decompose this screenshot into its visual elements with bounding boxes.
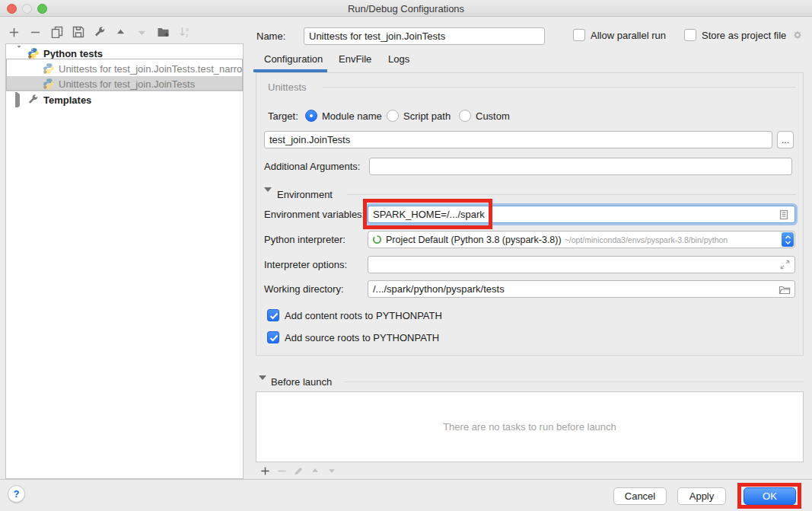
tree-item-label: Unittests for test_join.JoinTests.test_n… bbox=[59, 63, 243, 75]
chevron-down-icon[interactable] bbox=[15, 48, 23, 59]
expand-field-icon[interactable] bbox=[779, 259, 791, 271]
tab-logs[interactable]: Logs bbox=[388, 53, 409, 69]
target-label: Target: bbox=[268, 110, 298, 122]
before-launch-label: Before launch bbox=[271, 376, 332, 388]
add-source-roots-checkbox[interactable] bbox=[267, 331, 279, 343]
configurations-toolbar: az bbox=[8, 23, 191, 41]
python-tests-icon bbox=[43, 78, 55, 90]
radio-custom[interactable] bbox=[459, 110, 471, 122]
add-source-roots-label: Add source roots to PYTHONPATH bbox=[285, 332, 439, 343]
group-title: Unittests bbox=[268, 81, 311, 93]
svg-text:a: a bbox=[186, 27, 189, 32]
add-content-roots-label: Add content roots to PYTHONPATH bbox=[285, 310, 442, 321]
move-down-icon bbox=[135, 26, 148, 39]
additional-arguments-input[interactable] bbox=[369, 158, 792, 175]
name-label: Name: bbox=[256, 30, 285, 42]
tree-item-unittest-narrow[interactable]: Unittests for test_join.JoinTests.test_n… bbox=[6, 61, 243, 76]
environment-variables-input[interactable] bbox=[368, 206, 795, 223]
allow-parallel-run-checkbox[interactable] bbox=[573, 29, 585, 41]
add-task-icon[interactable] bbox=[260, 465, 270, 476]
add-content-roots-checkbox[interactable] bbox=[267, 309, 279, 321]
tree-item-python-tests[interactable]: Python tests bbox=[6, 46, 243, 61]
empty-task-list-text: There are no tasks to run before launch bbox=[443, 421, 616, 433]
python-interpreter-env-icon bbox=[372, 235, 382, 244]
python-tests-icon bbox=[43, 62, 55, 75]
new-folder-icon[interactable] bbox=[157, 26, 170, 39]
before-launch-rule bbox=[344, 382, 804, 382]
save-configuration-icon[interactable] bbox=[72, 26, 84, 39]
title-bar: Run/Debug Configurations bbox=[0, 0, 812, 17]
ok-button[interactable]: OK bbox=[744, 487, 796, 505]
edit-templates-icon[interactable] bbox=[93, 26, 106, 39]
copy-configuration-icon[interactable] bbox=[50, 26, 63, 39]
tree-item-label: Templates bbox=[43, 94, 91, 106]
radio-module-name-label: Module name bbox=[322, 110, 382, 122]
cancel-button[interactable]: Cancel bbox=[613, 487, 667, 505]
move-up-icon[interactable] bbox=[114, 26, 127, 39]
run-debug-configurations-dialog: Run/Debug Configurations az Python test bbox=[0, 0, 812, 511]
apply-button[interactable]: Apply bbox=[677, 487, 726, 505]
working-directory-input[interactable] bbox=[368, 280, 795, 298]
environment-section-label: Environment bbox=[277, 189, 333, 200]
radio-script-path[interactable] bbox=[387, 110, 399, 122]
python-interpreter-label: Python interpreter: bbox=[264, 234, 345, 245]
target-input[interactable] bbox=[264, 131, 772, 149]
tree-item-templates[interactable]: Templates bbox=[6, 92, 243, 107]
browse-target-button[interactable]: ... bbox=[777, 131, 794, 149]
move-task-down-icon bbox=[326, 465, 337, 476]
gear-icon[interactable] bbox=[791, 29, 804, 41]
configurations-tree: Python tests Unittests for test_join.Joi… bbox=[5, 43, 244, 479]
store-as-project-file-checkbox[interactable] bbox=[684, 29, 696, 41]
python-interpreter-select[interactable]: Project Default (Python 3.8 (pyspark-3.8… bbox=[368, 231, 795, 248]
interpreter-options-input[interactable] bbox=[368, 256, 795, 273]
radio-module-name[interactable] bbox=[305, 110, 317, 122]
additional-arguments-label: Additional Arguments: bbox=[264, 161, 360, 172]
name-input[interactable] bbox=[304, 27, 545, 45]
help-button[interactable]: ? bbox=[8, 485, 25, 503]
store-as-project-file-label: Store as project file bbox=[702, 30, 786, 41]
tab-configuration[interactable]: Configuration bbox=[264, 53, 323, 69]
environment-collapse-icon[interactable] bbox=[264, 192, 272, 206]
radio-script-path-label: Script path bbox=[403, 110, 451, 122]
add-configuration-icon[interactable] bbox=[8, 26, 21, 39]
python-interpreter-path: ~/opt/miniconda3/envs/pyspark-3.8/bin/py… bbox=[565, 235, 728, 244]
chevron-right-icon[interactable] bbox=[15, 94, 23, 106]
svg-text:z: z bbox=[186, 33, 189, 38]
python-interpreter-value: Project Default (Python 3.8 (pyspark-3.8… bbox=[386, 235, 562, 245]
footer-separator bbox=[0, 479, 812, 480]
working-directory-label: Working directory: bbox=[264, 283, 344, 295]
radio-custom-label: Custom bbox=[476, 110, 510, 122]
folder-icon[interactable] bbox=[779, 283, 791, 295]
tree-item-label: Python tests bbox=[43, 48, 103, 59]
select-stepper-icon[interactable] bbox=[782, 232, 794, 247]
remove-configuration-icon[interactable] bbox=[29, 26, 42, 39]
allow-parallel-run-label: Allow parallel run bbox=[591, 30, 666, 41]
tree-item-label: Unittests for test_join.JoinTests bbox=[59, 78, 195, 90]
wrench-icon bbox=[27, 94, 40, 106]
before-launch-toolbar bbox=[260, 465, 337, 476]
tab-envfile[interactable]: EnvFile bbox=[339, 53, 371, 69]
environment-variables-label: Environment variables: bbox=[264, 209, 365, 220]
env-variables-list-icon[interactable] bbox=[778, 209, 790, 221]
python-tests-icon bbox=[27, 47, 40, 59]
interpreter-options-label: Interpreter options: bbox=[264, 259, 347, 270]
group-title-rule bbox=[323, 87, 796, 88]
before-launch-task-list: There are no tasks to run before launch bbox=[256, 391, 804, 462]
environment-section-rule bbox=[347, 194, 796, 195]
move-task-up-icon bbox=[310, 465, 320, 476]
window-title: Run/Debug Configurations bbox=[0, 3, 812, 14]
remove-task-icon bbox=[276, 465, 287, 476]
sort-alphabetically-icon: az bbox=[178, 26, 191, 39]
edit-task-icon bbox=[293, 465, 304, 476]
tree-item-unittest-jointests[interactable]: Unittests for test_join.JoinTests bbox=[6, 76, 243, 91]
